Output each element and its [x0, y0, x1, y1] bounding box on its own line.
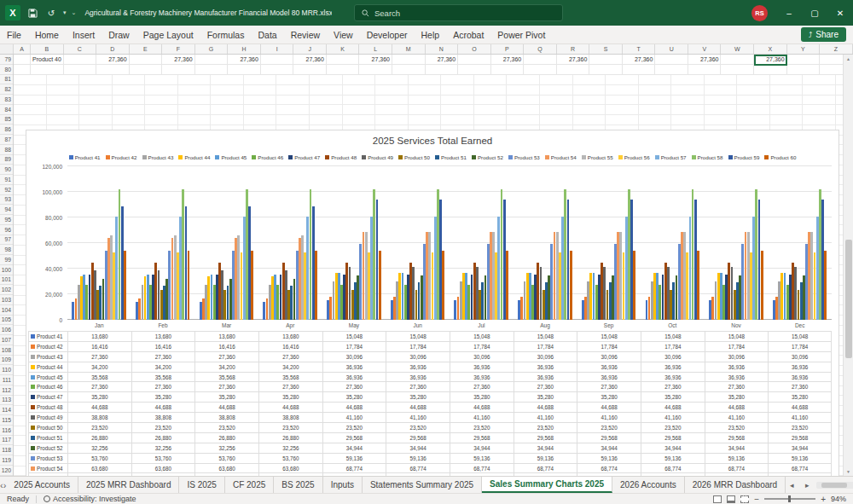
row-header-98[interactable]: 98 — [0, 245, 13, 255]
row-header-95[interactable]: 95 — [0, 215, 13, 225]
cell-M80[interactable] — [392, 65, 426, 75]
bar-product-60-jan[interactable] — [124, 251, 126, 320]
row-header-102[interactable]: 102 — [0, 285, 13, 295]
sheet-tab-cf-2025[interactable]: CF 2025 — [225, 477, 274, 493]
worksheet-grid[interactable]: 7980818283848586878889909192939495969798… — [0, 55, 853, 476]
cell-L80[interactable] — [359, 65, 392, 75]
row-header-114[interactable]: 114 — [0, 405, 13, 415]
customize-toolbar-chevron-icon[interactable]: ⌄ — [72, 9, 77, 16]
undo-dropdown-caret-icon[interactable]: ▾ — [63, 9, 67, 16]
cell-S79[interactable] — [589, 55, 623, 65]
select-all-corner[interactable] — [0, 44, 14, 54]
row-header-82[interactable]: 82 — [0, 84, 13, 95]
cell-F80[interactable] — [162, 65, 195, 75]
bar-product-60-jun[interactable] — [442, 251, 444, 320]
ribbon-tab-developer[interactable]: Developer — [360, 26, 415, 43]
hscroll-right-icon[interactable]: ▸ — [801, 481, 813, 490]
row-header-90[interactable]: 90 — [0, 165, 13, 175]
cell-A79[interactable] — [14, 55, 31, 65]
cell-U80[interactable] — [655, 65, 688, 75]
cell-N79[interactable]: 27,360 — [426, 55, 459, 65]
row-header-116[interactable]: 116 — [0, 426, 13, 436]
column-header-H[interactable]: H — [228, 44, 261, 54]
ribbon-tab-formulas[interactable]: Formulas — [200, 26, 252, 43]
row-header-111[interactable]: 111 — [0, 375, 13, 385]
column-header-M[interactable]: M — [392, 44, 426, 54]
column-header-J[interactable]: J — [293, 44, 327, 54]
column-header-W[interactable]: W — [721, 44, 754, 54]
cell-N80[interactable] — [426, 65, 459, 75]
sheet-tab-sales-summary-charts-2025[interactable]: Sales Summary Charts 2025 — [482, 477, 612, 493]
share-button[interactable]: ⤴ Share — [801, 27, 846, 42]
minimize-button[interactable]: – — [776, 0, 802, 26]
cell-B79[interactable]: Product 40 — [31, 55, 64, 65]
cell-U79[interactable] — [655, 55, 688, 65]
search-input[interactable]: Search — [354, 4, 563, 21]
row-header-85[interactable]: 85 — [0, 115, 13, 125]
column-header-F[interactable]: F — [162, 44, 195, 54]
ribbon-tab-home[interactable]: Home — [28, 26, 66, 43]
row-header-84[interactable]: 84 — [0, 105, 13, 115]
row-header-110[interactable]: 110 — [0, 365, 13, 375]
sheet-tab-bs-2025[interactable]: BS 2025 — [274, 477, 322, 493]
row-header-96[interactable]: 96 — [0, 225, 13, 235]
bar-product-60-aug[interactable] — [570, 251, 572, 320]
row-header-104[interactable]: 104 — [0, 305, 13, 316]
cell-I80[interactable] — [261, 65, 294, 75]
cell-P80[interactable] — [491, 65, 525, 75]
cell-E80[interactable] — [130, 65, 163, 75]
cell-P79[interactable]: 27,360 — [491, 55, 525, 65]
ribbon-tab-draw[interactable]: Draw — [102, 26, 136, 43]
row-header-89[interactable]: 89 — [0, 155, 13, 165]
cell-V80[interactable] — [688, 65, 722, 75]
column-header-K[interactable]: K — [327, 44, 360, 54]
cell-L79[interactable]: 27,360 — [359, 55, 392, 65]
row-header-93[interactable]: 93 — [0, 195, 13, 206]
bar-product-60-may[interactable] — [379, 251, 381, 320]
ribbon-tab-acrobat[interactable]: Acrobat — [446, 26, 490, 43]
row-header-112[interactable]: 112 — [0, 385, 13, 396]
cell-O79[interactable] — [458, 55, 491, 65]
cell-W80[interactable] — [721, 65, 754, 75]
excel-app-icon[interactable]: X — [5, 5, 20, 20]
row-header-119[interactable]: 119 — [0, 455, 13, 466]
cell-H79[interactable]: 27,360 — [228, 55, 261, 65]
hscroll-left-icon[interactable]: ◂ — [786, 481, 798, 490]
cell-H80[interactable] — [228, 65, 261, 75]
cell-F79[interactable]: 27,360 — [162, 55, 195, 65]
row-header-87[interactable]: 87 — [0, 135, 13, 145]
restore-button[interactable]: ▢ — [802, 0, 827, 26]
column-header-E[interactable]: E — [130, 44, 163, 54]
page-layout-view-icon[interactable] — [727, 495, 735, 503]
column-header-S[interactable]: S — [589, 44, 623, 54]
row-header-113[interactable]: 113 — [0, 396, 13, 406]
ribbon-tab-power-pivot[interactable]: Power Pivot — [490, 26, 552, 43]
ribbon-tab-view[interactable]: View — [327, 26, 360, 43]
row-header-83[interactable]: 83 — [0, 95, 13, 105]
cell-S80[interactable] — [589, 65, 623, 75]
row-header-115[interactable]: 115 — [0, 415, 13, 426]
cell-Y79[interactable] — [787, 55, 821, 65]
row-header-109[interactable]: 109 — [0, 356, 13, 366]
sheet-tab-2026-mrr-dashboard[interactable]: 2026 MRR Dashboard — [685, 477, 786, 493]
column-header-D[interactable]: D — [96, 44, 130, 54]
sheet-tab-2025-mrr-dashboard[interactable]: 2025 MRR Dashboard — [78, 477, 180, 493]
row-header-117[interactable]: 117 — [0, 436, 13, 446]
ribbon-tab-insert[interactable]: Insert — [66, 26, 102, 43]
normal-view-icon[interactable] — [713, 495, 722, 503]
cell-I79[interactable] — [261, 55, 294, 65]
cell-E79[interactable] — [130, 55, 163, 65]
row-header-79[interactable]: 79 — [0, 55, 13, 65]
row-header-81[interactable]: 81 — [0, 75, 13, 85]
column-header-C[interactable]: C — [64, 44, 97, 54]
cell-R79[interactable]: 27,360 — [557, 55, 590, 65]
row-header-99[interactable]: 99 — [0, 255, 13, 265]
sheet-tab-2026-accounts[interactable]: 2026 Accounts — [612, 477, 685, 493]
bar-product-60-nov[interactable] — [761, 251, 763, 320]
user-avatar[interactable]: RS — [751, 5, 768, 21]
zoom-slider-thumb[interactable] — [788, 495, 791, 502]
bar-product-60-dec[interactable] — [824, 251, 827, 320]
column-header-I[interactable]: I — [261, 44, 294, 54]
bar-product-60-apr[interactable] — [315, 251, 317, 320]
column-header-G[interactable]: G — [195, 44, 229, 54]
